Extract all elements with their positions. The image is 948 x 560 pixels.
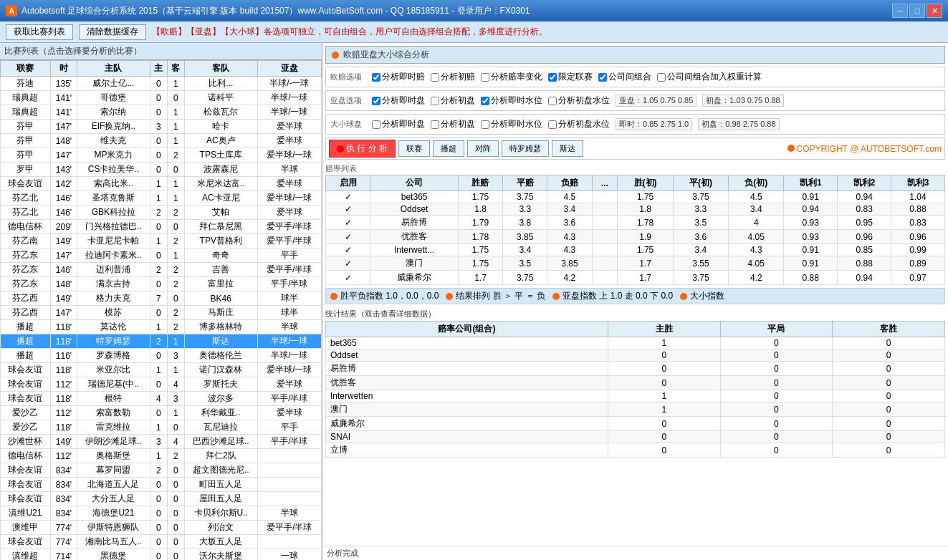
table-row[interactable]: 播超118'特罗姆瑟21斯达半球/一球 — [1, 334, 322, 349]
cb-ball-init[interactable]: 分析初盘 — [431, 118, 475, 130]
stats-table-row[interactable]: 澳门100 — [326, 402, 945, 417]
odds-table-row[interactable]: ✓Interwett...1.753.44.31.753.44.30.910.8… — [326, 244, 945, 256]
stats-table-row[interactable]: Interwetten100 — [326, 390, 945, 402]
cb-analyze-init[interactable]: 分析初赔 — [431, 71, 475, 83]
odds-cell-draw-init: 3.55 — [673, 256, 728, 271]
odds-cell-enabled: ✓ — [326, 256, 370, 271]
table-row[interactable]: 播超116'罗森博格03奥德格伦兰半球/一球 — [1, 349, 322, 363]
odds-col-enabled: 启用 — [326, 175, 370, 191]
odds-table-row[interactable]: ✓优胜客1.783.854.31.93.64.050.930.960.96 — [326, 230, 945, 244]
list-header: 比赛列表（点击选择要分析的比赛） — [0, 43, 322, 60]
table-row[interactable]: 芬乙北146'圣塔克鲁斯11AC卡亚尼爱半球/一球 — [1, 191, 322, 206]
cb-asia-now-water[interactable]: 分析即时水位 — [481, 95, 542, 107]
odds-cell-lose: 3.85 — [547, 256, 592, 271]
stats-table-row[interactable]: 立博000 — [326, 443, 945, 458]
odds-table-row[interactable]: ✓威廉希尔1.73.754.21.73.754.20.880.940.97 — [326, 271, 945, 285]
table-row[interactable]: 沙滩世杯149'伊朗沙滩足球..34巴西沙滩足球..平手/半球 — [1, 435, 322, 449]
odds-cell-k1: 0.91 — [784, 256, 838, 271]
odds-cell-lose: 3.4 — [547, 203, 592, 216]
table-row[interactable]: 爱沙乙112'索富数勒01利华戴亚..爱半球 — [1, 406, 322, 420]
table-row[interactable]: 德电信杯112'奥格斯堡12拜仁2队 — [1, 449, 322, 463]
odds-cell-enabled: ✓ — [326, 216, 370, 230]
table-row[interactable]: 滇维超714'黑德堡00沃尔夫斯堡一球 — [1, 549, 322, 561]
cb-analyze-change[interactable]: 分析赔率变化 — [481, 71, 542, 83]
table-row[interactable]: 球会友谊774'湘南比马五人..00大坂五人足 — [1, 535, 322, 549]
table-row[interactable]: 瑞典超141'索尔纳01松兹瓦尔半球/一球 — [1, 105, 322, 120]
stats-table-row[interactable]: bet365100 — [326, 337, 945, 349]
table-row[interactable]: 芬乙东146'迈利普浦22吉善爱平手/半球 — [1, 263, 322, 277]
odds-cell-enabled: ✓ — [326, 230, 370, 244]
table-row[interactable]: 芬乙南149'卡亚尼尼卡帕12TPV普格利爱平手/半球 — [1, 234, 322, 248]
cb-analyze-now[interactable]: 分析即时赔 — [372, 71, 425, 83]
odds-table: 启用 公司 胜赔 平赔 负赔 ... 胜(初) 平(初) 负(初) 凯利1 凯利… — [325, 175, 945, 285]
odds-cell-lose-init: 4.5 — [729, 191, 784, 203]
odds-cell-lose-init: 4.2 — [729, 271, 784, 285]
odds-table-row[interactable]: ✓bet3651.753.754.51.753.754.50.910.941.0… — [326, 191, 945, 203]
duizhen-button[interactable]: 对阵 — [467, 140, 499, 157]
table-row[interactable]: 滇维U21834'海德堡U2100卡贝利尔斯U..半球 — [1, 506, 322, 521]
clear-cache-button[interactable]: 清除数据缓存 — [79, 24, 146, 40]
table-row[interactable]: 芬迪135'威尔士亿...01比利...半球/-一球 — [1, 77, 322, 91]
table-row[interactable]: 球会友谊834'北海道五人足00町田五人足 — [1, 478, 322, 492]
table-row[interactable]: 芬甲147'MP米克力02TPS土库库爱半球/一球 — [1, 148, 322, 163]
odds-table-row[interactable]: ✓易胜博1.793.83.61.783.540.930.950.83 — [326, 216, 945, 230]
stats-table-row[interactable]: 威廉希尔000 — [326, 417, 945, 431]
cb-ball-now[interactable]: 分析即时盘 — [372, 118, 425, 130]
table-row[interactable]: 瑞典超141'哥德堡00诺科平半球/一球 — [1, 91, 322, 105]
stats-table-row[interactable]: 易胜博000 — [326, 362, 945, 376]
table-row[interactable]: 芬甲147'EIF换克纳..31哈卡爱半球 — [1, 120, 322, 134]
odds-cell-company: 澳门 — [370, 256, 459, 271]
odds-cell-dots — [592, 230, 618, 244]
minimize-button[interactable]: ─ — [892, 4, 908, 18]
odds-cell-k2: 0.94 — [838, 271, 891, 285]
table-row[interactable]: 球会友谊834'幕罗同盟20超文图德光尼.. — [1, 463, 322, 478]
table-row[interactable]: 德电信杯209'门兴格拉德巴..00拜仁慕尼黑爱平手/半球 — [1, 220, 322, 234]
table-row[interactable]: 球会友谊142'索高比米..11米尼米达富..爱半球 — [1, 177, 322, 191]
table-row[interactable]: 罗甲143'CS卡拉美华..00波露森尼半球 — [1, 163, 322, 177]
table-row[interactable]: 球会友谊118'米亚尔比11诺门汉森林爱半球/一球 — [1, 363, 322, 377]
fetch-matches-button[interactable]: 获取比赛列表 — [6, 24, 73, 40]
bochai-button[interactable]: 播超 — [433, 140, 464, 157]
table-row[interactable]: 澳维甲774'伊斯特恩狮队00列治文爱平手/半球 — [1, 521, 322, 535]
league-button[interactable]: 联赛 — [398, 140, 430, 157]
odds-section: 赔率列表 启用 公司 胜赔 平赔 负赔 ... 胜(初) 平(初) 负(初) 凯… — [322, 161, 948, 286]
cb-asia-now[interactable]: 分析即时盘 — [372, 95, 425, 107]
cb-asia-init-water[interactable]: 分析初盘水位 — [548, 95, 610, 107]
cb-limit-league[interactable]: 限定联赛 — [548, 71, 593, 83]
stats-col-company: 赔率公司(组合) — [326, 322, 608, 337]
stats-table-row[interactable]: Oddset000 — [326, 349, 945, 362]
odds-cell-draw-init: 3.75 — [673, 191, 728, 203]
sida-button[interactable]: 斯达 — [552, 140, 583, 157]
table-row[interactable]: 播超118'莫达伦12博多格林特半球 — [1, 320, 322, 334]
table-row[interactable]: 爱沙乙118'雷克维拉10瓦尼迪拉平手 — [1, 420, 322, 435]
stats-col-draw: 平局 — [720, 322, 833, 337]
result-order-label: 结果排列 胜 ＞ 平 ＝ 负 — [456, 290, 545, 302]
table-row[interactable]: 球会友谊112'瑞德尼基(中..04罗斯托夫爱半球 — [1, 377, 322, 392]
odds-table-row[interactable]: ✓Oddset1.83.33.41.83.33.40.940.830.88 — [326, 203, 945, 216]
odds-col-dots: ... — [592, 175, 618, 191]
table-row[interactable]: 芬甲148'维夫克01AC奥卢爱半球 — [1, 134, 322, 148]
table-row[interactable]: 芬乙东148'满京吉持02富里拉平手/半球 — [1, 277, 322, 291]
stats-table-row[interactable]: SNAI000 — [326, 431, 945, 443]
odds-table-row[interactable]: ✓澳门1.753.53.851.73.554.050.910.880.89 — [326, 256, 945, 271]
execute-analysis-button[interactable]: 执 行 分 析 — [329, 140, 396, 158]
table-row[interactable]: 芬乙东147'拉迪阿卡素米..01奇奇平手 — [1, 248, 322, 263]
cb-ball-init-water[interactable]: 分析初盘水位 — [548, 118, 610, 130]
match-table-container[interactable]: 联赛 时 主队 主 客 客队 亚盘 芬迪135'威尔士亿...01比利...半球… — [0, 60, 322, 560]
cb-ball-now-water[interactable]: 分析即时水位 — [481, 118, 542, 130]
odds-table-label: 赔率列表 — [325, 163, 945, 175]
table-row[interactable]: 芬乙西147'模苏02马斯庄球半 — [1, 306, 322, 320]
maximize-button[interactable]: □ — [909, 4, 925, 18]
stats-table-row[interactable]: 优胜客000 — [326, 376, 945, 390]
table-row[interactable]: 芬乙北146'GBK科拉拉22艾帕爱半球 — [1, 206, 322, 220]
cb-company-weight[interactable]: 公司间组合加入权重计算 — [657, 71, 762, 83]
close-button[interactable]: ✕ — [927, 4, 942, 18]
cb-company-combo[interactable]: 公司间组合 — [598, 71, 651, 83]
table-row[interactable]: 球会友谊118'根特43波尔多平手/半球 — [1, 392, 322, 406]
table-row[interactable]: 芬乙西149'格力夫克70BK46球半 — [1, 291, 322, 306]
odds-cell-lose: 4.3 — [547, 244, 592, 256]
table-row[interactable]: 球会友谊834'大分五人足00屋田五人足 — [1, 492, 322, 506]
odds-col-k3: 凯利3 — [891, 175, 945, 191]
cb-asia-init[interactable]: 分析初盘 — [431, 95, 475, 107]
telomuse-button[interactable]: 特罗姆瑟 — [502, 140, 549, 157]
